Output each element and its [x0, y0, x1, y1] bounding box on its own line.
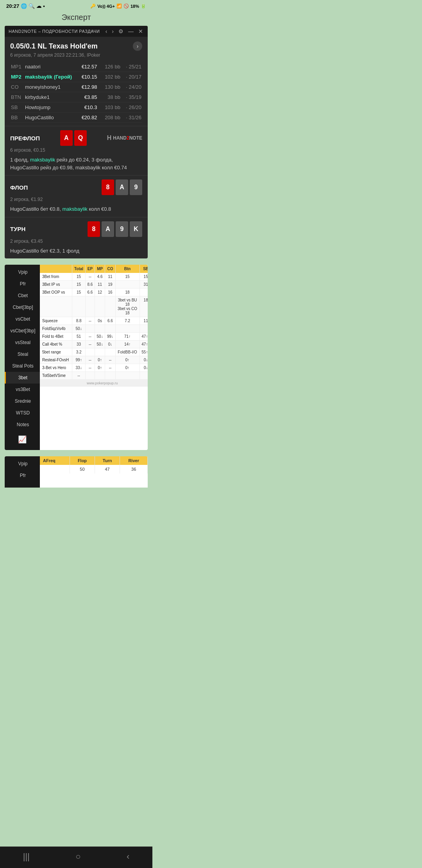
sidebar-item-3bet[interactable]: 3bet	[5, 372, 40, 384]
stat-value: 47↑5	[139, 333, 148, 341]
street-meta: 2 игрока, €1.92	[10, 197, 142, 202]
stat-value	[95, 325, 105, 333]
sidebar-item-pfr[interactable]: Pfr	[5, 278, 40, 290]
sidebar-item-wtsd[interactable]: WTSD	[5, 407, 40, 419]
col-header-ep: EP	[85, 265, 95, 273]
sidebar-item-vs3bet[interactable]: vs3Bet	[5, 384, 40, 395]
expand-button[interactable]: ›	[133, 41, 142, 51]
river-value: 36	[120, 465, 148, 473]
stat-value: 0↓	[139, 356, 148, 364]
stats-row: 3Bet IP vs158.6111931	[40, 281, 148, 289]
player-pos: SB	[10, 102, 24, 113]
hand2note-logo: H HAND2NOTE	[107, 135, 142, 142]
dot-icon: •	[43, 3, 45, 9]
sidebar-item-steal-pots[interactable]: Steal Pots	[5, 360, 40, 372]
sidebar-item-vpip2[interactable]: Vpip	[5, 458, 40, 470]
player-link[interactable]: maksbaylik	[30, 157, 55, 163]
sidebar-items-container: VpipPfrCbetCbet[3bp]vsCbetvsCbet[3bp]vsS…	[5, 266, 40, 430]
stat-value: 8.8	[72, 317, 86, 325]
stat-value: 6.6	[85, 289, 95, 296]
sidebar-item-pfr2[interactable]: Pfr	[5, 470, 40, 481]
street-section-2: ТУРН 8A9K 2 игрока, €3.45 HugoCastillo б…	[5, 217, 148, 259]
player-link[interactable]: maksbaylik	[63, 206, 88, 212]
stat-value: 50↓	[72, 325, 86, 333]
player-row: BTN kirbyduke1 €3.85 38 bb · 35/19	[10, 92, 142, 102]
stat-value: 0↑	[95, 364, 105, 372]
card: 9	[116, 221, 128, 237]
player-pos: BTN	[10, 92, 24, 102]
stat-value: --	[85, 341, 95, 348]
stat-label	[40, 296, 72, 317]
sidebar-item-steal[interactable]: Steal	[5, 348, 40, 360]
stat-label: 3Bet OOP vs	[40, 289, 72, 296]
stat-value: 18	[139, 296, 148, 317]
stat-label: Tot5betVSme	[40, 372, 72, 380]
stat-value	[105, 348, 115, 356]
afreq-label	[40, 465, 70, 473]
stat-value: 0↓	[105, 341, 115, 348]
stat-value: --	[105, 356, 115, 364]
forward-button[interactable]: ›	[111, 28, 114, 34]
player-stack: €12.57	[77, 62, 98, 72]
sidebar-item-notes[interactable]: Notes	[5, 419, 40, 430]
board-cards: 8A9K	[88, 221, 142, 237]
sidebar-item-cbet[3bp][interactable]: Cbet[3bp]	[5, 301, 40, 313]
status-right: 🔑 Vo)) 4G+ 📶 🚫 18% 🔋	[90, 4, 146, 9]
sidebar-item-vscbet[interactable]: vsCbet	[5, 313, 40, 325]
street-section-0: ПРЕФЛОП AQ H HAND2NOTE 6 игроков, €0.15 …	[5, 126, 148, 175]
stat-label: 5bet range	[40, 348, 72, 356]
stat-value: 99↑	[72, 356, 86, 364]
flop-col-header: Flop	[70, 456, 95, 465]
player-bb: 208 bb	[98, 113, 121, 123]
player-row: MP1 naatori €12.57 126 bb · 25/21	[10, 62, 142, 72]
hand-detail-card: HAND2NOTE – ПОДРОБНОСТИ РАЗДАЧИ ‹ › ⚙ — …	[5, 26, 148, 258]
player-name: Howtojump	[24, 102, 77, 113]
battery-icon: 🔋	[141, 4, 146, 9]
stat-value: 3bet vs BU183bet vs CO18	[115, 296, 139, 317]
vol-indicator: Vo)) 4G+	[97, 4, 115, 9]
stat-value	[95, 348, 105, 356]
key-icon: 🔑	[90, 4, 96, 9]
stat-value	[72, 296, 86, 317]
stat-value: 0↓	[139, 364, 148, 372]
player-row: BB HugoCastillo €20.82 208 bb · 31/26	[10, 113, 142, 123]
sidebar-item-srednie[interactable]: Srednie	[5, 395, 40, 407]
street-section-1: ФЛОП 8A9 2 игрока, €1.92 HugoCastillo бе…	[5, 175, 148, 217]
river-col-header: River	[120, 456, 148, 465]
close-button[interactable]: ✕	[138, 28, 144, 34]
player-row: CO moneyishoney1 €12.98 130 bb · 24/20	[10, 82, 142, 92]
stat-value: 50↓	[95, 333, 105, 341]
player-stack: €10.3	[77, 102, 98, 113]
battery-percent: 18%	[131, 4, 139, 9]
minimize-button[interactable]: —	[127, 28, 134, 34]
stat-label: FoldSqzVs4b	[40, 325, 72, 333]
card: A	[116, 179, 128, 195]
stat-value: --	[85, 317, 95, 325]
stat-value: 31	[139, 281, 148, 289]
game-meta: 6 игроков, 7 апреля 2023 22:21:36, IPoke…	[10, 52, 142, 58]
card: 9	[130, 179, 142, 195]
stat-value: 51	[72, 333, 86, 341]
back-button[interactable]: ‹	[105, 28, 108, 34]
bottom-table: AFreq Flop Turn River 50 47 36	[40, 456, 148, 473]
player-stack: €3.85	[77, 92, 98, 102]
stat-value: 0↑	[95, 356, 105, 364]
player-name: kirbyduke1	[24, 92, 77, 102]
block-icon: 🚫	[123, 4, 129, 9]
stat-value: 14↑	[115, 341, 139, 348]
sidebar-item-vscbet[3bp][interactable]: vsCbet[3bp]	[5, 325, 40, 337]
settings-button[interactable]: ⚙	[118, 28, 124, 34]
street-header: ПРЕФЛОП AQ H HAND2NOTE	[10, 130, 142, 146]
stat-value: 55↑1	[139, 348, 148, 356]
player-link[interactable]: maksbaylik	[30, 157, 55, 163]
card: Q	[74, 130, 87, 146]
sidebar-item-vpip[interactable]: Vpip	[5, 266, 40, 278]
action-text: 1 фолд, maksbaylik рейз до €0.24, 3 фолд…	[10, 156, 142, 171]
action-text: HugoCastillo бет €0.8, maksbaylik колл €…	[10, 205, 142, 213]
game-type-row: 0.05/0.1 NL Texas Hold'em ›	[10, 41, 142, 51]
stats-row: 3bet vs BU183bet vs CO18181812	[40, 296, 148, 317]
sidebar-item-cbet[interactable]: Cbet	[5, 290, 40, 301]
sidebar-item-vssteal[interactable]: vsSteal	[5, 337, 40, 348]
street-name: ПРЕФЛОП	[10, 135, 40, 142]
stats-table: TotalEPMPCOBtnSBBB 3Bet from15--4.611151…	[40, 265, 148, 387]
